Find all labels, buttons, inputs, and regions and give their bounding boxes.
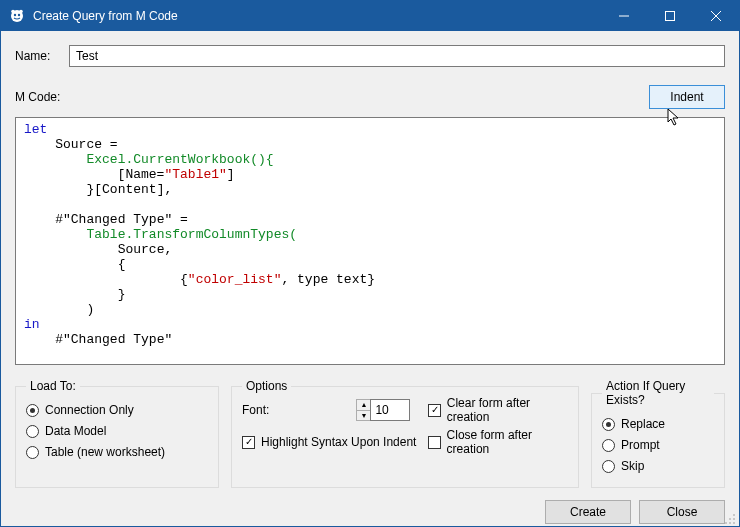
app-icon [9,8,25,24]
svg-point-11 [733,518,735,520]
svg-point-4 [19,10,23,14]
close-window-button[interactable] [693,1,739,31]
name-row: Name: [15,45,725,67]
window-title: Create Query from M Code [33,9,601,23]
name-label: Name: [15,49,59,63]
action-option[interactable]: Skip [602,456,714,476]
highlight-label: Highlight Syntax Upon Indent [261,435,416,449]
create-button[interactable]: Create [545,500,631,524]
radio-icon [602,439,615,452]
svg-point-12 [725,522,727,524]
action-label: Prompt [621,438,660,452]
load-to-option[interactable]: Table (new worksheet) [26,442,208,462]
svg-rect-6 [666,12,675,21]
svg-point-3 [11,10,15,14]
spin-up-icon[interactable]: ▲ [357,400,370,411]
name-input[interactable] [69,45,725,67]
resize-grip-icon[interactable] [724,513,736,525]
mcode-editor[interactable]: let Source = Excel.CurrentWorkbook(){ [N… [15,117,725,365]
svg-point-1 [14,14,16,16]
maximize-button[interactable] [647,1,693,31]
action-option[interactable]: Prompt [602,435,714,455]
clear-form-checkbox[interactable]: ✓ Clear form after creation [428,400,568,420]
checkbox-icon: ✓ [242,436,255,449]
clear-form-label: Clear form after creation [447,396,568,424]
load-to-label: Connection Only [45,403,134,417]
spin-down-icon[interactable]: ▼ [357,411,370,421]
load-to-group: Load To: Connection OnlyData ModelTable … [15,379,219,488]
highlight-checkbox[interactable]: ✓ Highlight Syntax Upon Indent [242,432,416,452]
svg-point-9 [733,514,735,516]
radio-icon [602,460,615,473]
action-option[interactable]: Replace [602,414,714,434]
radio-icon [26,404,39,417]
font-input[interactable] [370,399,410,421]
close-button[interactable]: Close [639,500,725,524]
font-label: Font: [242,403,344,417]
checkbox-icon: ✓ [428,404,440,417]
radio-icon [26,446,39,459]
checkbox-icon [428,436,440,449]
options-group: Options Font: ▲ ▼ ✓ Clear form after cre… [231,379,579,488]
svg-point-14 [733,522,735,524]
close-form-checkbox[interactable]: Close form after creation [428,432,568,452]
radio-icon [602,418,615,431]
minimize-button[interactable] [601,1,647,31]
action-label: Skip [621,459,644,473]
indent-button[interactable]: Indent [649,85,725,109]
titlebar: Create Query from M Code [1,1,739,31]
load-to-legend: Load To: [26,379,80,393]
svg-point-13 [729,522,731,524]
action-legend: Action If Query Exists? [602,379,714,407]
load-to-option[interactable]: Connection Only [26,400,208,420]
action-group: Action If Query Exists? ReplacePromptSki… [591,379,725,488]
load-to-label: Table (new worksheet) [45,445,165,459]
load-to-label: Data Model [45,424,106,438]
svg-point-2 [18,14,20,16]
close-form-label: Close form after creation [447,428,568,456]
mcode-label: M Code: [15,90,60,104]
svg-point-10 [729,518,731,520]
action-label: Replace [621,417,665,431]
options-legend: Options [242,379,291,393]
radio-icon [26,425,39,438]
load-to-option[interactable]: Data Model [26,421,208,441]
font-spinner[interactable]: ▲ ▼ [356,399,416,421]
